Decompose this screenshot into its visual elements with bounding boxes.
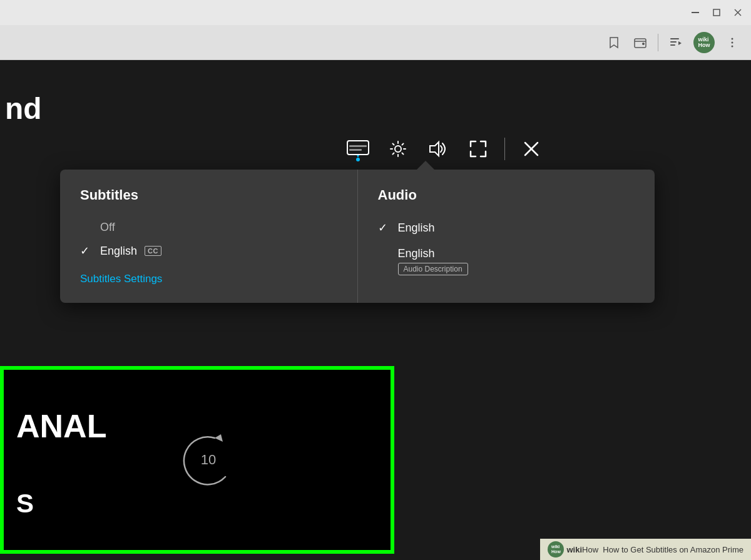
toolbar-divider [658, 34, 658, 51]
svg-text:10: 10 [201, 452, 216, 467]
off-checkmark [80, 221, 93, 234]
wikihow-footer-avatar: wikiHow [548, 541, 564, 557]
player-controls [344, 135, 545, 163]
minimize-button[interactable] [690, 7, 701, 18]
svg-marker-21 [215, 434, 223, 442]
player-close-button[interactable] [518, 135, 545, 163]
skip-forward-icon[interactable]: 10 [180, 432, 237, 488]
svg-marker-16 [357, 155, 359, 158]
subtitles-settings-link[interactable]: Subtitles Settings [80, 273, 162, 285]
english-audio-checkmark: ✓ [378, 221, 391, 235]
svg-point-11 [732, 41, 733, 43]
subtitles-panel: Subtitles Off ✓ English CC Subtitles Set… [60, 170, 358, 303]
volume-button[interactable] [424, 135, 452, 163]
video-area: nd [0, 60, 751, 560]
audio-description-badge: Audio Description [398, 263, 468, 275]
subtitles-panel-title: Subtitles [80, 187, 337, 203]
svg-rect-7 [670, 41, 677, 43]
svg-point-17 [395, 146, 401, 152]
thumbnail-inner: ANAL S 10 [4, 370, 391, 550]
settings-button[interactable] [384, 135, 412, 163]
browser-toolbar: wikiHow [0, 25, 751, 60]
english-cc-label: English [100, 245, 137, 258]
svg-rect-1 [713, 9, 720, 16]
svg-rect-14 [349, 145, 367, 147]
controls-divider [504, 138, 505, 160]
subtitle-audio-panel: Subtitles Off ✓ English CC Subtitles Set… [60, 170, 655, 303]
fullscreen-button[interactable] [464, 135, 492, 163]
thumbnail-text-canal: ANAL [16, 407, 106, 445]
browser-titlebar [0, 0, 751, 25]
english-ad-checkmark [378, 247, 391, 260]
audio-option-english-ad[interactable]: English Audio Description [378, 242, 635, 280]
thumbnail-wrapper: ANAL S 10 [0, 366, 394, 554]
wikihow-avatar[interactable]: wikiHow [693, 32, 715, 53]
english-ad-label: English [398, 247, 468, 260]
thumbnail-text-s: S [16, 489, 34, 519]
wikihow-footer: wikiHow wikiHow How to Get Subtitles on … [540, 539, 751, 560]
subtitle-option-english-cc[interactable]: ✓ English CC [80, 239, 337, 263]
svg-point-12 [732, 45, 733, 47]
subtitle-option-off[interactable]: Off [80, 216, 337, 239]
audio-panel: Audio ✓ English English Audio Descriptio… [358, 170, 655, 303]
restore-button[interactable] [711, 7, 722, 18]
subtitles-button[interactable] [344, 135, 372, 163]
close-button[interactable] [732, 7, 743, 18]
partial-title-text: nd [0, 91, 42, 126]
svg-rect-0 [692, 12, 699, 13]
footer-article: How to Get Subtitles on Amazon Prime [603, 545, 743, 554]
off-label: Off [100, 221, 115, 234]
svg-point-10 [732, 38, 733, 39]
svg-point-5 [642, 43, 645, 45]
browser-menu-icon[interactable] [723, 34, 741, 51]
english-cc-checkmark: ✓ [80, 244, 93, 258]
audio-ad-stack: English Audio Description [398, 247, 468, 275]
playlist-icon[interactable] [667, 34, 685, 51]
svg-rect-6 [670, 38, 679, 39]
svg-rect-8 [670, 44, 675, 46]
svg-marker-18 [430, 142, 439, 156]
bookmark-icon[interactable] [605, 34, 623, 51]
audio-panel-title: Audio [378, 187, 635, 203]
svg-marker-9 [678, 41, 682, 45]
english-audio-label: English [398, 221, 435, 235]
audio-option-english[interactable]: ✓ English [378, 216, 635, 240]
cc-badge: CC [145, 246, 161, 256]
wallet-icon[interactable] [631, 34, 649, 51]
footer-text: wikiHow How to Get Subtitles on Amazon P… [566, 545, 743, 554]
svg-rect-15 [349, 149, 362, 151]
svg-rect-13 [347, 141, 369, 155]
